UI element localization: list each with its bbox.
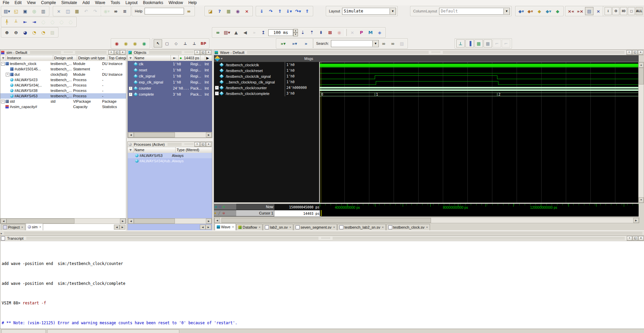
breakpoint-button[interactable]: BP	[199, 39, 208, 47]
sim-tree-row[interactable]: #ALWAYS#53 testbench_... Process -	[0, 93, 126, 99]
hierarchy-button[interactable]: ≡	[121, 7, 129, 15]
filter-icon[interactable]: ▼	[128, 55, 133, 61]
sim-tree-row[interactable]: #vsim_capacity# Capacity Statistics	[0, 104, 126, 109]
link-environment-button[interactable]: ∞	[214, 29, 222, 37]
scroll-down-icon[interactable]: ▼	[639, 197, 644, 203]
chevron-down-icon[interactable]: ▼	[390, 8, 396, 14]
column-header-top-category[interactable]: Top Catego	[108, 55, 126, 61]
stop-button[interactable]: ◉	[335, 29, 343, 37]
search-prev-button[interactable]: ∞	[379, 39, 388, 47]
menu-item[interactable]: Compile	[38, 0, 59, 5]
run-continue-button[interactable]: ⇡	[308, 29, 316, 37]
objects-panel-titlebar[interactable]: Objects +◱×	[128, 50, 212, 55]
expand-button[interactable]: +	[627, 236, 632, 241]
delete-cursor-button[interactable]: ┴	[12, 18, 20, 26]
gear-red-button[interactable]: ◉	[113, 39, 121, 47]
column-layout-select[interactable]: Default ▼	[439, 8, 510, 15]
scroll-up-icon[interactable]: ▲	[639, 62, 644, 68]
undock-button[interactable]: ◱	[200, 142, 206, 147]
wave-horizontal-scrollbar[interactable]: ◀ ▶	[214, 218, 639, 223]
show-output-button[interactable]: O	[612, 7, 619, 15]
justify-left-button[interactable]: ⌐	[493, 39, 501, 47]
step-out-current-button[interactable]: ⇑	[303, 7, 311, 15]
column-header-instance[interactable]: Instance	[6, 55, 53, 61]
filter-icon[interactable]: ▼	[128, 147, 133, 153]
remove-cursor-icon[interactable]: ⊖	[222, 211, 226, 215]
document-tab[interactable]: testbench_clock.sv ×	[386, 224, 430, 230]
layout-select[interactable]: Simulate ▼	[342, 8, 396, 15]
pause-hand-button[interactable]: ◈	[375, 29, 384, 37]
run-all-button[interactable]: ⇟	[317, 29, 325, 37]
transcript-titlebar[interactable]: Transcript +◱×	[0, 236, 644, 241]
paste-wave-button[interactable]: ◌	[57, 18, 66, 26]
filter-icon[interactable]: ▼	[0, 55, 6, 61]
column-header-design-unit-type[interactable]: Design unit type	[77, 55, 108, 61]
scrollbar-thumb[interactable]	[221, 218, 431, 223]
new-file-button[interactable]: ▤▾	[3, 7, 11, 15]
run-length-input[interactable]: 100 ms	[268, 29, 293, 36]
wave-signal-row[interactable]: + /testbench_clock/counter 24'h000000	[214, 85, 319, 91]
tabs-scroll-right-icon[interactable]: ▶	[206, 225, 211, 230]
document-tab[interactable]: seven_segment.sv ×	[294, 224, 337, 230]
pan-mode-button[interactable]: ◇	[172, 39, 180, 47]
tab-close-icon[interactable]: ×	[232, 225, 234, 229]
process-row[interactable]: #ALWAYS#53 Always	[128, 153, 212, 158]
menu-item[interactable]: Window	[166, 0, 186, 5]
wave-signal-row[interactable]: /testbench_clock/clk_signal 1'h0	[214, 73, 319, 79]
sim-tree-row[interactable]: + dut clock(fast) Module DU Instance	[0, 72, 126, 77]
tab-close-icon[interactable]: ×	[21, 226, 23, 229]
gear-green-button[interactable]: ◉	[140, 39, 148, 47]
expand-toggle[interactable]: −	[1, 62, 5, 66]
drag-grip[interactable]	[321, 237, 330, 239]
zoom-full-button[interactable]: ◕	[21, 28, 29, 36]
menu-item[interactable]: File	[0, 0, 12, 5]
close-doc-button[interactable]: ×	[243, 7, 251, 15]
undock-button[interactable]: ◱	[200, 50, 206, 55]
scrollbar-thumb[interactable]	[134, 132, 175, 137]
menu-item[interactable]: Bookmarks	[140, 0, 166, 5]
document-tab[interactable]: lab2_sn.sv ×	[263, 224, 293, 230]
run-length-button[interactable]: ↥	[259, 29, 268, 37]
menu-item[interactable]: Help	[186, 0, 200, 5]
zoom-out-search-button[interactable]: ◔	[39, 28, 48, 36]
close-button[interactable]: ×	[638, 50, 643, 55]
expand-toggle[interactable]: +	[129, 87, 132, 90]
column-header-name[interactable]: Name	[133, 147, 176, 153]
grid-button[interactable]: ▐	[465, 39, 474, 47]
paste-button[interactable]: ▦	[73, 7, 81, 15]
spinner-down-icon[interactable]: ▼	[293, 33, 298, 36]
gear-yellow-button[interactable]: ◉	[122, 39, 130, 47]
apply-format-button[interactable]: ◆	[553, 7, 562, 15]
show-all-button[interactable]: ALL	[636, 7, 643, 15]
sim-tree-row[interactable]: + std std VlPackage Package	[0, 99, 126, 104]
panel-tab[interactable]: sim ×	[26, 223, 43, 230]
scroll-left-icon[interactable]: ◀	[214, 218, 220, 223]
menu-item[interactable]: Layout	[123, 0, 140, 5]
archive-button[interactable]: ▦	[224, 7, 233, 15]
sim-tree-row[interactable]: #ublk#150145... testbench_... Statement …	[0, 66, 126, 72]
drag-grip[interactable]	[431, 51, 440, 54]
forward-button[interactable]: »	[250, 29, 258, 37]
undock-button[interactable]: ◱	[633, 236, 638, 241]
up-level-button[interactable]: ▲	[232, 29, 240, 37]
wave-signal-row[interactable]: + /testbench_clock/complete 3'h0	[214, 91, 319, 96]
back-button[interactable]: ◀	[241, 29, 249, 37]
step-into-current-button[interactable]: ⇓▾	[285, 7, 293, 15]
search-next-button[interactable]: ∞	[389, 39, 397, 47]
compile-button[interactable]: ◉▾	[102, 7, 111, 15]
waveform-plot[interactable]: 012	[320, 62, 639, 203]
menu-item[interactable]: Simulate	[59, 0, 80, 5]
search-doc-button[interactable]: ◉	[234, 7, 242, 15]
tab-close-icon[interactable]: ×	[333, 226, 335, 229]
scroll-left-icon[interactable]: ◀	[1, 219, 6, 224]
next-transition-button[interactable]: ⇥	[30, 18, 38, 26]
wave-panel-titlebar[interactable]: Wave - Default +◱×	[214, 50, 644, 55]
wrench-icon[interactable]: ╱	[218, 211, 222, 215]
show-input-button[interactable]: i	[605, 7, 612, 15]
find-button[interactable]: ∞	[112, 7, 120, 15]
break-button[interactable]: ⊠	[326, 29, 334, 37]
processes-horizontal-scrollbar[interactable]: ◀ ▶	[128, 218, 212, 224]
expanded-time-button[interactable]: »▾	[278, 39, 288, 47]
scroll-right-icon[interactable]: ▶	[633, 218, 639, 223]
copy-wave-button[interactable]: ◌	[48, 18, 57, 26]
